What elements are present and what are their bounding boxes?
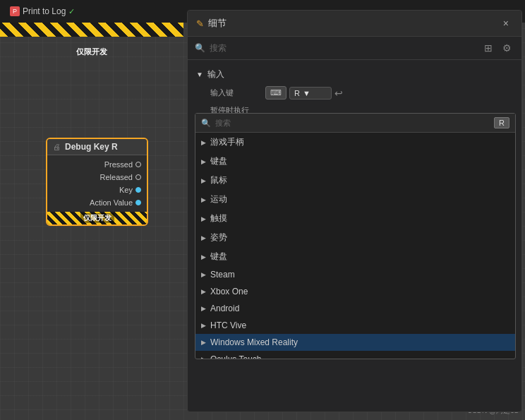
node-row-key: Key (47, 184, 147, 196)
action-value-label: Action Value (90, 198, 133, 207)
cat-keyboard1-label: 键盘 (210, 155, 227, 167)
cat-keyboard1[interactable]: ▶ 键盘 (195, 152, 515, 171)
cat-steam-triangle: ▶ (201, 271, 206, 278)
key-current-badge: R (494, 117, 509, 128)
cat-htc-vive[interactable]: ▶ HTC Vive (195, 317, 515, 334)
warning-stripe: 仅限开发 (0, 23, 183, 37)
node-row-released: Released (47, 171, 147, 184)
cat-mouse-label: 鼠标 (210, 174, 227, 186)
node-row-action-value: Action Value (47, 196, 147, 209)
print-icon: P (10, 6, 20, 16)
panel-search-bar: 🔍 ⊞ ⚙ (188, 37, 521, 60)
input-expand-icon: ▼ (196, 71, 203, 78)
cat-android-triangle: ▶ (201, 305, 206, 312)
cat-gesture-triangle: ▶ (201, 234, 206, 241)
check-icon: ✓ (68, 7, 75, 16)
print-to-log-label: Print to Log (23, 6, 66, 16)
cat-touch[interactable]: ▶ 触摸 (195, 209, 515, 228)
panel-search-input[interactable] (210, 43, 477, 53)
dev-only-label: 仅限开发 (76, 47, 107, 57)
key-search-input[interactable] (215, 119, 490, 127)
key-pin (135, 187, 141, 193)
panel-title: 细节 (208, 17, 227, 30)
cat-oculus-triangle: ▶ (201, 356, 206, 359)
node-footer: 仅限开发 (47, 212, 147, 224)
cat-mouse-triangle: ▶ (201, 177, 206, 184)
released-pin (135, 174, 141, 180)
cat-android[interactable]: ▶ Android (195, 300, 515, 317)
dropdown-arrow-icon: ▼ (303, 89, 310, 97)
cat-steam-label: Steam (210, 270, 235, 280)
released-label: Released (100, 173, 133, 181)
action-value-pin (135, 200, 141, 205)
cat-htc-triangle: ▶ (201, 322, 206, 329)
cat-motion-label: 运动 (210, 193, 227, 205)
key-value: R (294, 89, 300, 97)
cat-keyboard2-triangle: ▶ (201, 253, 206, 260)
print-to-log-button[interactable]: P Print to Log ✓ (6, 5, 79, 18)
input-key-row: 输入键 ⌨ R ▼ ↩ (205, 83, 516, 102)
key-search-icon: 🔍 (201, 119, 211, 128)
key-dropdown-trigger[interactable]: R ▼ (289, 87, 332, 100)
cat-gamepad[interactable]: ▶ 游戏手柄 (195, 133, 515, 152)
cat-touch-label: 触摸 (210, 212, 227, 224)
key-dropdown-overlay: 🔍 R ▶ 游戏手柄 ▶ 键盘 ▶ 鼠标 ▶ 运动 ▶ (195, 113, 516, 359)
node-title-icon: 🖨 (53, 143, 61, 151)
cat-motion-triangle: ▶ (201, 196, 206, 203)
node-footer-text: 仅限开发 (80, 213, 114, 223)
input-key-controls: ⌨ R ▼ ↩ (265, 86, 510, 100)
debug-node: 🖨 Debug Key R Pressed Released Key Actio… (46, 138, 148, 226)
node-header: 🖨 Debug Key R (47, 139, 147, 155)
node-title: Debug Key R (65, 142, 118, 152)
cat-oculus[interactable]: ▶ Oculus Touch (195, 351, 515, 359)
panel-title-row: ✎ 细节 (196, 17, 227, 30)
cat-xbox-label: Xbox One (210, 287, 248, 296)
grid-view-button[interactable]: ⊞ (481, 41, 495, 55)
cat-touch-triangle: ▶ (201, 215, 206, 222)
panel-header: ✎ 细节 × (188, 11, 521, 37)
search-icon: 🔍 (195, 43, 205, 53)
cat-xbox-triangle: ▶ (201, 288, 206, 295)
cat-gesture[interactable]: ▶ 姿势 (195, 228, 515, 247)
cat-keyboard2-label: 键盘 (210, 251, 227, 263)
cat-wmr-triangle: ▶ (201, 339, 206, 346)
reset-key-button[interactable]: ↩ (334, 88, 343, 99)
panel-icon: ✎ (196, 18, 204, 29)
input-section-header[interactable]: ▼ 输入 (188, 66, 521, 83)
cat-keyboard1-triangle: ▶ (201, 158, 206, 165)
cat-gamepad-triangle: ▶ (201, 139, 206, 146)
cat-windows-mr[interactable]: ▶ Windows Mixed Reality (195, 334, 515, 351)
key-search-row: 🔍 R (195, 114, 515, 133)
cat-oculus-label: Oculus Touch (210, 354, 262, 359)
cat-xbox[interactable]: ▶ Xbox One (195, 283, 515, 300)
close-button[interactable]: × (499, 16, 513, 30)
input-key-label: 输入键 (210, 88, 260, 98)
key-category-list: ▶ 游戏手柄 ▶ 键盘 ▶ 鼠标 ▶ 运动 ▶ 触摸 ▶ 姿势 (195, 133, 515, 359)
cat-htc-label: HTC Vive (210, 320, 246, 330)
cat-keyboard2[interactable]: ▶ 键盘 (195, 247, 515, 266)
cat-gesture-label: 姿势 (210, 232, 227, 244)
input-section-label: 输入 (207, 68, 224, 80)
key-label: Key (119, 186, 133, 194)
cat-gamepad-label: 游戏手柄 (210, 136, 244, 148)
pressed-pin (135, 162, 141, 167)
settings-button[interactable]: ⚙ (500, 41, 514, 55)
pressed-label: Pressed (104, 160, 133, 169)
cat-steam[interactable]: ▶ Steam (195, 266, 515, 283)
node-body: Pressed Released Key Action Value (47, 155, 147, 212)
cat-wmr-label: Windows Mixed Reality (210, 337, 298, 347)
keyboard-icon: ⌨ (265, 86, 286, 100)
cat-motion[interactable]: ▶ 运动 (195, 190, 515, 209)
cat-mouse[interactable]: ▶ 鼠标 (195, 171, 515, 190)
details-panel: ✎ 细节 × 🔍 ⊞ ⚙ ▼ 输入 输入键 ⌨ R ▼ (187, 10, 522, 412)
node-row-pressed: Pressed (47, 158, 147, 171)
cat-android-label: Android (210, 304, 239, 313)
